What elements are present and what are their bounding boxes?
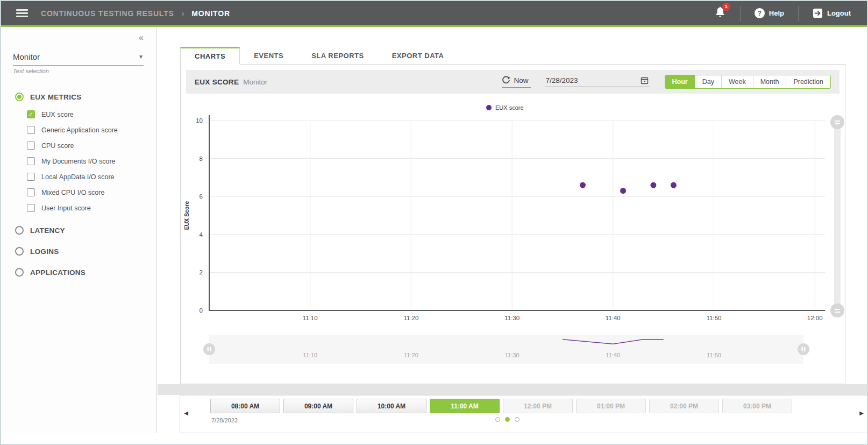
- navigator-tick-label: 11:20: [404, 352, 418, 358]
- time-slot-08-00-am[interactable]: 08:00 AM: [210, 399, 280, 413]
- section-divider-strip: [158, 384, 868, 395]
- x-tick-label: 11:30: [504, 315, 520, 321]
- chart-title: EUX SCORE: [195, 78, 239, 86]
- zoom-slider-handle-bottom[interactable]: [830, 303, 844, 317]
- checkbox-row-my-documents-i-o-score[interactable]: My Documents I/O score: [27, 153, 156, 169]
- navigator-track[interactable]: [209, 335, 803, 364]
- tab-bar: CHARTSEVENTSSLA REPORTSEXPORT DATA: [180, 47, 845, 65]
- date-value: 7/28/2023: [546, 76, 578, 84]
- eux-score-chart[interactable]: 024681011:1011:2011:3011:4011:5012:00EUX…: [181, 96, 829, 376]
- handle-bar: [208, 347, 209, 351]
- y-tick-label: 0: [200, 307, 203, 314]
- help-label: Help: [769, 9, 784, 17]
- pager-dot[interactable]: [505, 417, 510, 422]
- time-slot-11-00-am[interactable]: 11:00 AM: [430, 399, 500, 413]
- chart-zoom-slider: [830, 115, 844, 317]
- navigator-handle-right[interactable]: [798, 343, 809, 355]
- date-input[interactable]: 7/28/2023: [545, 76, 650, 87]
- x-tick-label: 11:10: [303, 315, 318, 321]
- top-header: CONTINUOUS TESTING RESULTS › MONITOR 1 ?…: [1, 1, 867, 27]
- data-point[interactable]: [650, 182, 656, 188]
- help-icon: ?: [755, 8, 765, 18]
- checkbox-row-mixed-cpu-i-o-score[interactable]: Mixed CPU I/O score: [27, 185, 156, 200]
- handle-bar: [210, 347, 211, 351]
- group-radio-row-eux-metrics[interactable]: EUX METRICS: [15, 90, 156, 103]
- x-tick-label: 12:00: [807, 315, 823, 321]
- radio-dot-icon: [17, 95, 22, 99]
- next-hours-button[interactable]: ▶: [857, 406, 866, 419]
- checkbox-row-eux-score[interactable]: ✓EUX score: [27, 107, 156, 122]
- zoom-slider-track[interactable]: [834, 119, 841, 313]
- x-tick-label: 11:50: [707, 315, 722, 321]
- checkbox-row-user-input-score[interactable]: User Input score: [27, 200, 156, 216]
- tab-sla-reports[interactable]: SLA REPORTS: [297, 47, 378, 64]
- navigator-handle-left[interactable]: [203, 343, 215, 355]
- zoom-slider-handle-top[interactable]: [830, 115, 844, 129]
- chart-header-bar: EUX SCORE Monitor Now 7/28/2023 HourDayW…: [186, 70, 839, 94]
- group-radio-row-latency[interactable]: LATENCY: [15, 224, 156, 237]
- chart-panel: EUX SCORE Monitor Now 7/28/2023 HourDayW…: [180, 65, 845, 384]
- checkbox-icon: [27, 173, 35, 181]
- time-slot-09-00-am[interactable]: 09:00 AM: [283, 399, 353, 413]
- checkbox-row-local-appdata-i-o-score[interactable]: Local AppData I/O score: [27, 169, 156, 185]
- checkbox-row-generic-application-score[interactable]: Generic Application score: [27, 122, 156, 138]
- checkbox-label: Generic Application score: [41, 126, 118, 134]
- sidebar-collapse-icon[interactable]: «: [139, 33, 144, 43]
- group-label: LATENCY: [30, 227, 65, 235]
- navigator-tick-label: 11:50: [707, 352, 721, 358]
- data-point[interactable]: [671, 182, 677, 188]
- hamburger-menu-icon[interactable]: [16, 9, 28, 17]
- group-radio-row-logins[interactable]: LOGINS: [15, 245, 156, 258]
- y-tick-label: 4: [200, 231, 203, 238]
- group-label: EUX METRICS: [30, 93, 82, 101]
- data-point[interactable]: [580, 182, 586, 188]
- app-window: CONTINUOUS TESTING RESULTS › MONITOR 1 ?…: [0, 0, 868, 445]
- metric-group: LOGINS: [1, 245, 156, 258]
- checkbox-icon: [27, 126, 35, 134]
- range-button-week[interactable]: Week: [721, 75, 753, 88]
- legend-marker-icon: [486, 105, 492, 110]
- x-tick-label: 11:20: [403, 315, 418, 321]
- help-button[interactable]: ? Help: [741, 1, 798, 25]
- breadcrumb-separator-icon: ›: [182, 9, 184, 18]
- breadcrumb-current: MONITOR: [191, 9, 230, 18]
- group-radio-row-applications[interactable]: APPLICATIONS: [15, 266, 156, 279]
- range-button-group: HourDayWeekMonthPrediction: [665, 75, 831, 89]
- time-slot-01-00-pm: 01:00 PM: [576, 399, 646, 413]
- tab-charts[interactable]: CHARTS: [180, 47, 240, 65]
- navigator-tick-label: 11:40: [606, 352, 620, 358]
- logout-button[interactable]: Logout: [799, 1, 867, 25]
- refresh-icon: [502, 76, 510, 84]
- tab-export-data[interactable]: EXPORT DATA: [378, 47, 458, 64]
- range-button-prediction[interactable]: Prediction: [786, 75, 830, 88]
- logout-label: Logout: [827, 9, 851, 17]
- y-tick-label: 8: [200, 156, 203, 162]
- data-point[interactable]: [620, 188, 626, 194]
- handle-bar: [802, 347, 803, 351]
- time-slot-03-00-pm: 03:00 PM: [722, 399, 792, 413]
- calendar-icon[interactable]: [641, 76, 649, 84]
- y-axis-title: EUX Score: [183, 201, 190, 230]
- pager-dot[interactable]: [515, 417, 520, 422]
- refresh-now-button[interactable]: Now: [502, 76, 531, 88]
- checkbox-icon: [27, 204, 35, 212]
- pager-dot[interactable]: [495, 417, 500, 422]
- test-select-value: Monitor: [13, 52, 40, 61]
- x-tick-label: 11:40: [606, 315, 621, 321]
- breadcrumb-root[interactable]: CONTINUOUS TESTING RESULTS: [41, 9, 174, 18]
- chart-legend[interactable]: EUX score: [486, 104, 524, 111]
- navigator-tick-label: 11:30: [505, 352, 520, 358]
- tab-events[interactable]: EVENTS: [240, 47, 297, 64]
- time-slot-10-00-am[interactable]: 10:00 AM: [357, 399, 426, 413]
- prev-hours-button[interactable]: ◀: [181, 406, 191, 419]
- checkbox-row-cpu-score[interactable]: CPU score: [27, 138, 156, 153]
- radio-icon: [15, 268, 24, 277]
- y-tick-label: 10: [196, 117, 203, 124]
- test-select[interactable]: Monitor ▼: [13, 52, 144, 66]
- range-button-hour[interactable]: Hour: [665, 75, 695, 88]
- checkbox-icon: [27, 188, 35, 196]
- range-button-day[interactable]: Day: [695, 75, 721, 88]
- range-button-month[interactable]: Month: [753, 75, 786, 88]
- time-slot-bar: ◀ 08:00 AM09:00 AM10:00 AM11:00 AM12:00 …: [180, 395, 868, 433]
- notifications-button[interactable]: 1: [714, 6, 726, 21]
